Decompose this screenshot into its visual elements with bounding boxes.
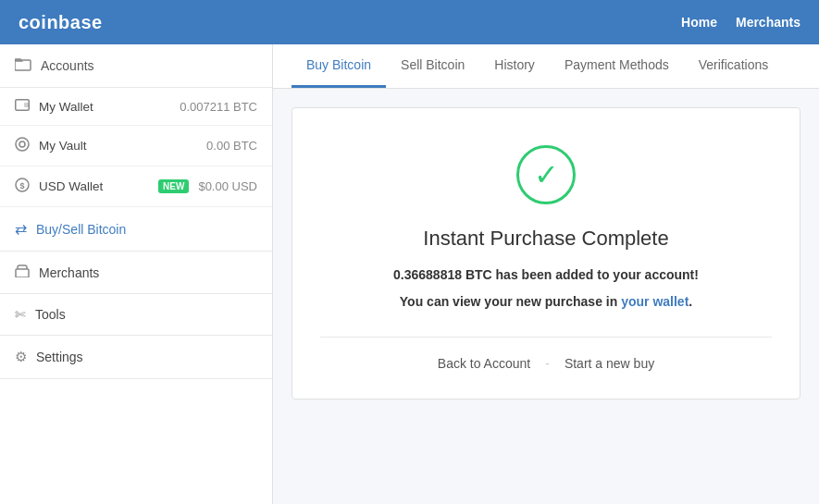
my-vault-label: My Vault bbox=[39, 139, 197, 153]
accounts-label: Accounts bbox=[41, 58, 94, 73]
sidebar-item-merchants[interactable]: Merchants bbox=[0, 252, 272, 294]
usd-wallet-value: $0.00 USD bbox=[198, 179, 257, 193]
usd-icon: $ bbox=[15, 178, 30, 195]
nav-home[interactable]: Home bbox=[681, 15, 717, 30]
start-new-buy-link[interactable]: Start a new buy bbox=[565, 356, 654, 371]
sidebar-item-tools[interactable]: ✄ Tools bbox=[0, 294, 272, 336]
wallet-link[interactable]: your wallet bbox=[621, 294, 689, 309]
back-to-account-link[interactable]: Back to Account bbox=[438, 356, 530, 371]
tools-label: Tools bbox=[35, 307, 66, 322]
accounts-section-header: Accounts bbox=[0, 44, 272, 88]
vault-icon bbox=[15, 137, 30, 154]
folder-icon bbox=[15, 57, 31, 74]
checkmark-icon: ✓ bbox=[534, 160, 559, 190]
main-content: Buy Bitcoin Sell Bitcoin History Payment… bbox=[273, 44, 819, 504]
svg-point-4 bbox=[19, 141, 25, 147]
wallet-icon bbox=[15, 99, 30, 114]
tab-history[interactable]: History bbox=[479, 44, 550, 88]
submessage-suffix: . bbox=[689, 294, 692, 309]
buy-sell-label: Buy/Sell Bitcoin bbox=[36, 222, 126, 237]
tab-bar: Buy Bitcoin Sell Bitcoin History Payment… bbox=[273, 44, 819, 89]
tab-verifications[interactable]: Verifications bbox=[684, 44, 783, 88]
logo: coinbase bbox=[19, 12, 103, 33]
sidebar-item-buy-sell[interactable]: ⇄ Buy/Sell Bitcoin bbox=[0, 207, 272, 252]
tab-payment-methods[interactable]: Payment Methods bbox=[550, 44, 684, 88]
sidebar-item-my-wallet[interactable]: My Wallet 0.007211 BTC bbox=[0, 88, 272, 126]
success-submessage: You can view your new purchase in your w… bbox=[320, 294, 772, 309]
sidebar-item-my-vault[interactable]: My Vault 0.00 BTC bbox=[0, 126, 272, 166]
nav-merchants[interactable]: Merchants bbox=[736, 15, 800, 30]
my-vault-value: 0.00 BTC bbox=[206, 139, 257, 153]
settings-label: Settings bbox=[36, 350, 83, 364]
success-card: ✓ Instant Purchase Complete 0.36688818 B… bbox=[292, 107, 800, 400]
svg-rect-2 bbox=[24, 103, 29, 107]
tab-content: ✓ Instant Purchase Complete 0.36688818 B… bbox=[273, 89, 819, 418]
usd-wallet-label: USD Wallet bbox=[39, 179, 145, 193]
sidebar-item-usd-wallet[interactable]: $ USD Wallet NEW $0.00 USD bbox=[0, 166, 272, 207]
merchants-icon bbox=[15, 264, 30, 280]
exchange-icon: ⇄ bbox=[15, 220, 27, 238]
header-nav: Home Merchants bbox=[681, 15, 800, 30]
svg-rect-7 bbox=[16, 269, 29, 277]
sidebar-item-settings[interactable]: ⚙ Settings bbox=[0, 336, 272, 379]
merchants-label: Merchants bbox=[39, 265, 99, 280]
main-layout: Accounts My Wallet 0.007211 BTC My Vault bbox=[0, 44, 819, 504]
my-wallet-label: My Wallet bbox=[39, 100, 170, 114]
submessage-prefix: You can view your new purchase in bbox=[400, 294, 621, 309]
action-separator: - bbox=[545, 356, 550, 371]
new-badge: NEW bbox=[158, 179, 189, 193]
success-title: Instant Purchase Complete bbox=[320, 227, 772, 251]
success-actions: Back to Account - Start a new buy bbox=[320, 337, 772, 371]
sidebar: Accounts My Wallet 0.007211 BTC My Vault bbox=[0, 44, 273, 504]
svg-text:$: $ bbox=[19, 181, 24, 191]
app-header: coinbase Home Merchants bbox=[0, 0, 819, 44]
tools-icon: ✄ bbox=[15, 307, 26, 322]
svg-point-3 bbox=[16, 138, 29, 151]
settings-icon: ⚙ bbox=[15, 349, 27, 365]
success-message: 0.36688818 BTC has been added to your ac… bbox=[320, 265, 772, 285]
tab-buy-bitcoin[interactable]: Buy Bitcoin bbox=[292, 44, 386, 88]
my-wallet-value: 0.007211 BTC bbox=[180, 100, 257, 114]
tab-sell-bitcoin[interactable]: Sell Bitcoin bbox=[386, 44, 479, 88]
success-icon: ✓ bbox=[516, 145, 576, 204]
